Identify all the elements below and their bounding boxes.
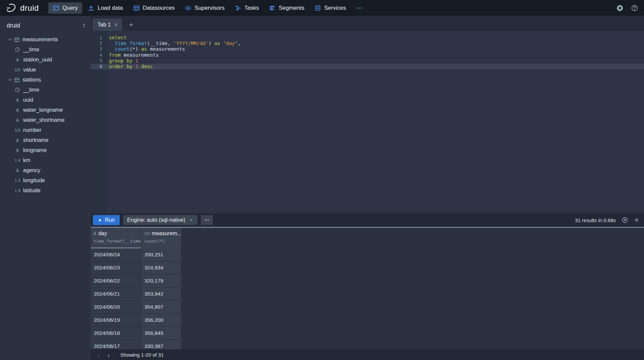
tree-item-longname[interactable]: Alongname bbox=[7, 145, 91, 155]
nav-item-supervisors[interactable]: Supervisors bbox=[180, 2, 229, 14]
engine-select-label: Engine: auto (sql-native) bbox=[127, 217, 185, 223]
string-type-icon: A bbox=[14, 168, 21, 173]
result-cell[interactable]: 2024/06/23 bbox=[91, 261, 141, 274]
result-cell[interactable]: 2024/06/20 bbox=[91, 301, 141, 314]
close-results-icon[interactable] bbox=[634, 217, 639, 223]
nav-item-segments[interactable]: Segments bbox=[265, 2, 309, 14]
nav-item-tasks[interactable]: Tasks bbox=[230, 2, 263, 14]
tree-item-number[interactable]: 123number bbox=[7, 125, 91, 135]
code-line-1[interactable]: 1select bbox=[91, 35, 644, 41]
string-type-icon: A bbox=[14, 107, 21, 113]
float-type-icon: 1.0 bbox=[14, 179, 21, 183]
result-cell[interactable]: 324,934 bbox=[141, 261, 181, 274]
table-icon bbox=[13, 37, 20, 43]
nav-item-load-data[interactable]: Load data bbox=[83, 2, 127, 14]
schema-header: druid bbox=[7, 21, 91, 30]
column-formula: time_format(__time, … bbox=[94, 239, 141, 244]
code-line-5[interactable]: 5group by 1 bbox=[91, 58, 644, 64]
tree-item-measurements[interactable]: measurements bbox=[7, 35, 91, 45]
line-number: 3 bbox=[91, 46, 107, 52]
results-info: 31 results in 0.68s bbox=[575, 217, 616, 223]
main-navigation: QueryLoad dataDatasourcesSupervisorsTask… bbox=[48, 0, 368, 16]
line-number: 1 bbox=[91, 35, 107, 41]
engine-select[interactable]: Engine: auto (sql-native) bbox=[123, 215, 197, 225]
result-cell[interactable]: 330,387 bbox=[141, 340, 181, 349]
result-cell[interactable]: 356,200 bbox=[141, 314, 181, 327]
prev-page-button[interactable]: ‹ bbox=[94, 351, 104, 358]
schema-tree: measurements__timeAstation_uuid123values… bbox=[7, 35, 91, 196]
nav-item-label: Load data bbox=[98, 5, 123, 11]
nav-item-more[interactable] bbox=[352, 2, 367, 14]
code-line-2[interactable]: 2 time_format(__time, 'YYYY/MM/dd') as "… bbox=[91, 41, 644, 46]
code-line-4[interactable]: 4from measurements bbox=[91, 52, 644, 58]
tasks-icon bbox=[235, 5, 241, 11]
nav-item-query[interactable]: Query bbox=[48, 2, 82, 14]
close-tab-icon[interactable]: × bbox=[114, 22, 118, 28]
nav-item-label: Segments bbox=[279, 5, 304, 11]
code-text: group by 1 bbox=[107, 58, 138, 64]
code-line-6[interactable]: 6order by 1 desc bbox=[91, 64, 644, 69]
result-cell[interactable]: 2024/06/22 bbox=[91, 274, 141, 288]
table-row: 2024/06/18356,845 bbox=[91, 327, 644, 340]
add-tab-button[interactable]: + bbox=[127, 21, 135, 29]
code-text: from measurements bbox=[107, 52, 159, 58]
line-number: 5 bbox=[91, 58, 107, 64]
settings-gear-icon[interactable] bbox=[617, 5, 623, 11]
tree-item-water_longname[interactable]: Awater_longname bbox=[7, 105, 91, 115]
column-name: Aday bbox=[94, 230, 141, 237]
result-cell[interactable]: 354,807 bbox=[141, 301, 181, 314]
chevron-down-icon bbox=[7, 77, 13, 83]
druid-logo[interactable]: druid bbox=[6, 3, 39, 13]
code-line-3[interactable]: 3 count(*) as measurements bbox=[91, 46, 644, 52]
query-tabbar: Tab 1 × + bbox=[91, 16, 644, 31]
result-cell[interactable]: 320,179 bbox=[141, 274, 181, 288]
help-icon[interactable] bbox=[631, 5, 638, 11]
number-type-icon: 123 bbox=[14, 68, 21, 72]
result-cell[interactable]: 2024/06/21 bbox=[91, 288, 141, 301]
result-cell[interactable]: 353,942 bbox=[141, 288, 181, 301]
column-header-measurem...[interactable]: 123measurem...count(*) bbox=[141, 228, 181, 248]
tree-item-latitude[interactable]: 1.0latitude bbox=[7, 186, 91, 196]
tree-item-km[interactable]: 1.0km bbox=[7, 155, 91, 165]
nav-item-services[interactable]: Services bbox=[310, 2, 350, 14]
table-row: 2024/06/23324,934 bbox=[91, 261, 644, 274]
load-data-icon bbox=[88, 5, 95, 11]
tab-1[interactable]: Tab 1 × bbox=[93, 18, 122, 31]
druid-logo-icon bbox=[6, 3, 17, 13]
tree-item-longitude[interactable]: 1.0longitude bbox=[7, 175, 91, 186]
tree-item-label: agency bbox=[23, 167, 41, 173]
next-page-button[interactable]: › bbox=[104, 351, 114, 358]
tree-item-uuid[interactable]: Auuid bbox=[7, 95, 91, 105]
run-button[interactable]: Run bbox=[93, 215, 120, 225]
result-cell[interactable]: 2024/06/17 bbox=[91, 340, 141, 349]
tree-item-__time[interactable]: __time bbox=[7, 45, 91, 55]
download-results-icon[interactable] bbox=[622, 217, 628, 223]
tree-item-water_shortname[interactable]: Awater_shortname bbox=[7, 115, 91, 125]
tree-item-agency[interactable]: Aagency bbox=[7, 165, 91, 175]
result-cell[interactable]: 200,251 bbox=[141, 248, 181, 261]
tree-item-stations[interactable]: stations bbox=[7, 75, 91, 85]
tree-item-label: latitude bbox=[23, 188, 41, 194]
tree-item-label: value bbox=[23, 67, 36, 73]
sql-editor[interactable]: 1select2 time_format(__time, 'YYYY/MM/dd… bbox=[91, 31, 644, 213]
line-number: 2 bbox=[91, 41, 107, 46]
float-type-icon: 1.0 bbox=[14, 159, 21, 162]
tree-item-station_uuid[interactable]: Astation_uuid bbox=[7, 55, 91, 65]
table-row: 2024/06/19356,200 bbox=[91, 314, 644, 327]
nav-item-datasources[interactable]: Datasources bbox=[129, 2, 179, 14]
clock-icon bbox=[14, 87, 21, 93]
pagination-text: Showing 1-20 of 31 bbox=[120, 352, 164, 358]
double-caret-sort-icon[interactable] bbox=[81, 23, 87, 28]
table-row: 2024/06/21353,942 bbox=[91, 288, 644, 301]
tree-item-__time[interactable]: __time bbox=[7, 85, 91, 95]
float-type-icon: 1.0 bbox=[14, 189, 21, 193]
result-cell[interactable]: 2024/06/19 bbox=[91, 314, 141, 327]
query-icon bbox=[53, 5, 59, 11]
result-cell[interactable]: 356,845 bbox=[141, 327, 181, 340]
result-cell[interactable]: 2024/06/18 bbox=[91, 327, 141, 340]
column-header-day[interactable]: Adaytime_format(__time, … bbox=[91, 228, 141, 248]
tree-item-shortname[interactable]: Ashortname bbox=[7, 135, 91, 145]
query-more-button[interactable] bbox=[201, 215, 213, 225]
tree-item-value[interactable]: 123value bbox=[7, 65, 91, 75]
result-cell[interactable]: 2024/06/24 bbox=[91, 248, 141, 261]
